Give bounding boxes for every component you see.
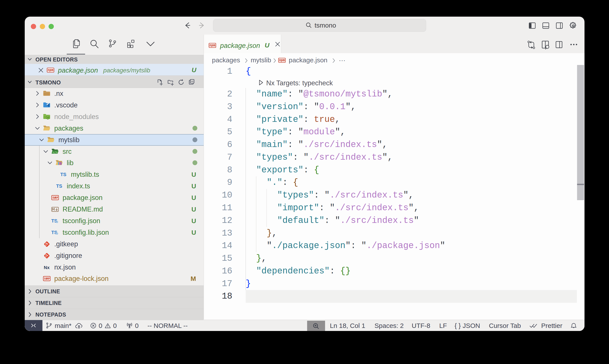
svg-text:JS: JS — [47, 117, 49, 119]
svg-text:Nx: Nx — [44, 265, 50, 270]
svg-text:TS: TS — [60, 172, 66, 177]
svg-text:TS: TS — [56, 183, 62, 189]
svg-text:</>: </> — [52, 151, 57, 154]
